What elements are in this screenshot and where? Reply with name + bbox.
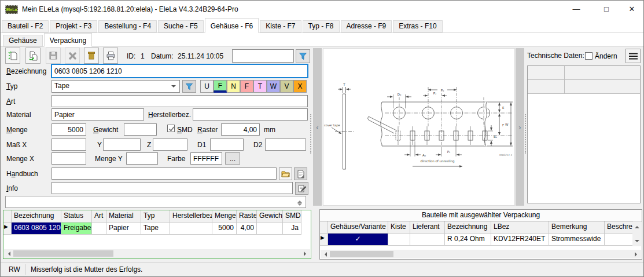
cell-lieferant[interactable] bbox=[410, 234, 445, 246]
delete-button[interactable] bbox=[65, 48, 80, 64]
handbuch-open-button[interactable] bbox=[279, 167, 292, 180]
tab-adresse[interactable]: Adresse - F9 bbox=[341, 20, 392, 32]
quick-search-input[interactable] bbox=[232, 49, 294, 63]
tech-menu-button[interactable] bbox=[625, 49, 641, 63]
splitter-left[interactable]: ‹ bbox=[313, 48, 322, 206]
scroll-down-icon[interactable] bbox=[635, 240, 639, 245]
material-input[interactable] bbox=[51, 108, 144, 121]
z-input[interactable] bbox=[153, 138, 187, 151]
y-input[interactable] bbox=[103, 138, 141, 151]
column-header-herstellerbez[interactable]: Herstellerbez bbox=[170, 210, 212, 223]
tab-projekt[interactable]: Projekt - F3 bbox=[50, 20, 97, 32]
cell-gewicht[interactable] bbox=[257, 223, 283, 235]
minimize-button[interactable]: — bbox=[563, 1, 590, 17]
cell-raster[interactable]: 4,00 bbox=[237, 223, 257, 235]
d1-input[interactable] bbox=[210, 138, 244, 151]
column-header-lieferant[interactable]: Lieferant bbox=[410, 221, 445, 234]
cell-herstellerbez[interactable] bbox=[170, 223, 212, 235]
horizontal-scrollbar[interactable] bbox=[4, 249, 310, 258]
cell-status[interactable]: Freigabe bbox=[61, 223, 92, 235]
type-flag-t[interactable]: T bbox=[253, 80, 267, 93]
subtab-gehaeuse[interactable]: Gehäuse bbox=[3, 35, 43, 46]
farbe-input[interactable] bbox=[190, 152, 222, 165]
raster-input[interactable] bbox=[221, 123, 260, 136]
splitter-left-handle[interactable] bbox=[310, 114, 311, 154]
scrollbar-thumb[interactable] bbox=[330, 251, 393, 257]
spinner-up-icon[interactable] bbox=[297, 198, 302, 203]
aendern-checkbox[interactable] bbox=[585, 52, 593, 60]
type-flag-w[interactable]: W bbox=[267, 80, 280, 93]
vertical-scrollbar[interactable] bbox=[632, 222, 641, 246]
mass-x-input[interactable] bbox=[51, 138, 86, 151]
column-header-beschreib[interactable]: Beschreib bbox=[605, 221, 633, 234]
new-record-button[interactable] bbox=[5, 48, 20, 64]
column-header-smd[interactable]: SMD bbox=[283, 210, 301, 223]
print-button[interactable] bbox=[103, 48, 118, 64]
subtab-verpackung[interactable]: Verpackung bbox=[44, 33, 92, 47]
tech-data-table[interactable] bbox=[527, 65, 641, 203]
maximize-button[interactable]: □ bbox=[593, 1, 620, 17]
type-flag-f1[interactable]: F bbox=[214, 80, 227, 93]
d2-input[interactable] bbox=[265, 138, 306, 151]
smd-checkbox[interactable] bbox=[167, 125, 175, 132]
art-input[interactable] bbox=[51, 95, 308, 107]
cell-smd[interactable]: Ja bbox=[283, 223, 301, 235]
menge-input[interactable] bbox=[51, 123, 86, 136]
herstellerbez-input[interactable] bbox=[193, 108, 308, 121]
tab-kiste[interactable]: Kiste - F7 bbox=[260, 20, 301, 32]
typ-select[interactable]: Tape bbox=[51, 80, 180, 93]
tab-typ[interactable]: Typ - F8 bbox=[303, 20, 340, 32]
cell-typ[interactable]: Tape bbox=[141, 223, 170, 235]
cell-bezeichnung[interactable]: R 0,24 Ohm bbox=[445, 234, 491, 246]
cell-bezeichnung[interactable]: 0603 0805 1206 bbox=[12, 223, 61, 235]
scroll-right-icon[interactable] bbox=[304, 252, 308, 256]
scroll-up-icon[interactable] bbox=[635, 224, 639, 228]
tab-suche[interactable]: Suche - F5 bbox=[158, 20, 204, 32]
column-header-material[interactable]: Material bbox=[106, 210, 141, 223]
handbuch-input[interactable] bbox=[51, 167, 277, 180]
memo-field[interactable] bbox=[5, 196, 306, 208]
cell-gehaeuse-variante[interactable]: ✓ bbox=[328, 234, 388, 246]
typ-filter-button[interactable] bbox=[182, 80, 196, 93]
column-header-bezeichnung[interactable]: Bezeichnung bbox=[12, 210, 61, 223]
info-input[interactable] bbox=[51, 182, 293, 194]
cell-menge[interactable]: 5000 bbox=[212, 223, 237, 235]
column-header-lbez[interactable]: LBez bbox=[491, 221, 549, 234]
column-header-raster[interactable]: Raster bbox=[237, 210, 257, 223]
archive-button[interactable] bbox=[84, 48, 99, 64]
gewicht-input[interactable] bbox=[124, 123, 157, 136]
cell-beschreib[interactable] bbox=[605, 234, 633, 246]
scroll-left-icon[interactable] bbox=[322, 252, 327, 257]
type-flag-f2[interactable]: F bbox=[240, 80, 253, 93]
scrollbar-thumb[interactable] bbox=[13, 250, 113, 257]
table-row[interactable]: ▶ 0603 0805 1206 Freigabe Papier Tape 50… bbox=[3, 223, 311, 235]
menge-y-input[interactable] bbox=[126, 152, 158, 165]
column-header-kiste[interactable]: Kiste bbox=[388, 221, 410, 234]
column-header-typ[interactable]: Typ bbox=[141, 210, 170, 223]
info-edit-button[interactable] bbox=[295, 182, 308, 195]
splitter-right[interactable]: › bbox=[516, 48, 524, 206]
save-button[interactable] bbox=[46, 48, 61, 64]
type-flag-u[interactable]: U bbox=[200, 80, 214, 93]
tab-bestellung[interactable]: Bestellung - F4 bbox=[98, 20, 157, 32]
title-bar[interactable]: EleLa Mein ELeLa (mysql-5:192.168.81.20:… bbox=[1, 1, 643, 18]
scroll-left-icon[interactable] bbox=[6, 252, 10, 256]
close-button[interactable]: ✕ bbox=[619, 1, 644, 17]
tab-gehaeuse[interactable]: Gehäuse - F6 bbox=[205, 18, 259, 33]
bezeichnung-input[interactable] bbox=[51, 64, 308, 78]
column-header-art[interactable]: Art bbox=[92, 210, 106, 223]
horizontal-scrollbar[interactable] bbox=[321, 250, 641, 258]
cell-material[interactable]: Papier bbox=[106, 223, 141, 235]
column-header-bezeichnung[interactable]: Bezeichnung bbox=[445, 221, 491, 234]
column-header-gehaeuse-variante[interactable]: Gehäuse/Variante bbox=[328, 221, 388, 234]
type-flag-n[interactable]: N bbox=[227, 80, 240, 93]
column-header-gewicht[interactable]: Gewicht bbox=[257, 210, 283, 223]
column-header-bemerkung[interactable]: Bemerkung bbox=[549, 221, 605, 234]
menge-x-input[interactable] bbox=[51, 152, 86, 165]
spinner-down-icon[interactable] bbox=[297, 203, 302, 208]
type-flag-v[interactable]: V bbox=[280, 80, 293, 93]
cell-art[interactable] bbox=[92, 223, 106, 235]
scroll-right-icon[interactable] bbox=[635, 252, 639, 257]
farbe-picker-button[interactable]: ... bbox=[225, 152, 240, 165]
cell-bemerkung[interactable]: Strommesswide bbox=[549, 234, 605, 246]
